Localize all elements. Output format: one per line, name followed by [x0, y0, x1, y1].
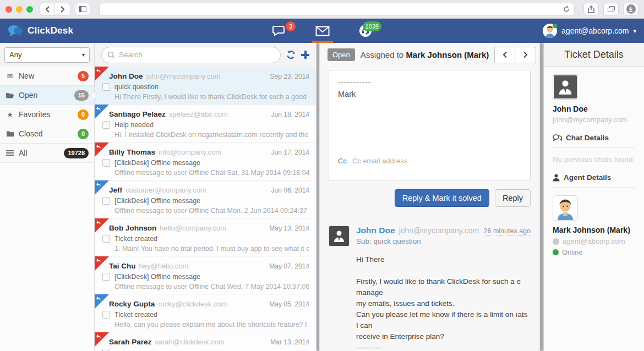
tab-mail-active[interactable] [313, 19, 332, 43]
ticket-checkbox[interactable] [102, 311, 110, 319]
cc-input[interactable] [352, 157, 521, 165]
ticket-row[interactable]: Sarah Parezsarah@clickdesk.comMar 13, 20… [95, 332, 316, 351]
ticket-details-panel: Ticket Details John Doe john@mycompany.c… [543, 43, 644, 351]
scrollbar-thumb[interactable] [540, 43, 543, 351]
ticket-preview: Offline message to user Offline Chat Wed… [102, 283, 309, 290]
ticket-checkbox[interactable] [102, 349, 110, 351]
tab-chats[interactable]: 3 [270, 19, 288, 43]
new-ticket-button[interactable] [301, 51, 309, 59]
refresh-button[interactable] [286, 50, 296, 59]
tab-tickets[interactable]: 1039 [357, 19, 374, 43]
ticket-row[interactable]: John Doejohn@mycompany.comSep 23, 2014 q… [95, 67, 316, 105]
ticket-sender: Bob Johnson [109, 224, 156, 232]
ticket-row[interactable]: Santiago Pelaezspelaez@abc.comJun 18, 20… [95, 105, 316, 142]
ticket-row[interactable]: Rocky Guptarocky@clickdesk.comMay 05, 20… [95, 294, 316, 332]
sidebar-item-label: All [19, 149, 28, 157]
ticket-list-column: John Doejohn@mycompany.comSep 23, 2014 q… [95, 43, 316, 351]
clickdesk-logo-icon [8, 25, 23, 37]
ticket-row[interactable]: Bob Johnsonhello@company.comMay 13, 2014… [95, 218, 316, 256]
online-dot-icon [553, 249, 559, 255]
ticket-checkbox[interactable] [102, 235, 110, 243]
agent-avatar [553, 195, 578, 221]
sidebar-item-new[interactable]: ✉ New 5 [0, 67, 94, 86]
agent-email-line: agent@abcorp.com [553, 237, 635, 245]
message-sender-link[interactable]: John Doe [356, 226, 395, 235]
account-menu[interactable]: agent@abcorp.com ▾ [543, 24, 636, 38]
ticket-row[interactable]: Tai Chuhey@hello.comMay 07, 2014 [ClickD… [95, 256, 316, 294]
ticket-sender: Jeff [109, 186, 122, 194]
message-line: ---------- [356, 342, 531, 351]
list-scrollbar[interactable] [316, 43, 320, 351]
reply-editor[interactable]: ----------- Mark Cc [329, 70, 531, 181]
ticket-checkbox[interactable] [102, 273, 110, 281]
minimize-window-button[interactable] [16, 6, 23, 13]
main-scrollbar[interactable] [539, 43, 543, 351]
agent-status-line: Online [553, 248, 635, 256]
tab-overview-button[interactable] [603, 3, 619, 16]
sidebar-item-favorites[interactable]: ★ Favorites 0 [0, 105, 94, 124]
reload-icon[interactable] [563, 6, 570, 13]
sidebar-item-closed[interactable]: Closed 0 [0, 124, 94, 144]
ticket-subject: Ticket created [114, 311, 157, 319]
browser-forward-button[interactable] [55, 3, 70, 16]
sidebar-toggle-button[interactable] [75, 3, 90, 16]
star-icon: ★ [6, 111, 14, 119]
share-button[interactable] [583, 3, 599, 16]
ticket-pager [494, 47, 536, 63]
signature-name: Mark [338, 90, 521, 98]
ticket-list: John Doejohn@mycompany.comSep 23, 2014 q… [95, 67, 316, 351]
envelope-icon: ✉ [6, 72, 14, 80]
section-label: Agent Details [564, 173, 611, 182]
browser-back-button[interactable] [40, 3, 55, 16]
mail-icon [315, 26, 330, 36]
message-line: receive in Enterprise plan? [356, 331, 531, 342]
ticket-email: john@mycompany.com [146, 72, 267, 80]
ticket-preview: Hello, can you please explain me about t… [102, 321, 309, 328]
ticket-checkbox[interactable] [102, 121, 110, 129]
flag-icon [95, 142, 109, 157]
ticket-email: customer@company.com [125, 186, 268, 194]
reply-button[interactable]: Reply [495, 189, 531, 207]
chat-bubbles-icon [553, 134, 562, 141]
open-folder-icon [6, 92, 14, 98]
prev-ticket-button[interactable] [494, 47, 515, 63]
ticket-date: May 05, 2014 [269, 300, 309, 308]
ticket-subject: Ticket created [114, 235, 157, 243]
ticket-view: Open Assigned to Mark Johnson (Mark) ⚙ ▾… [320, 43, 539, 351]
ticket-sender: Santiago Pelaez [109, 110, 166, 118]
ticket-preview: Offline message to user Offline Chat Mon… [102, 207, 309, 215]
ticket-checkbox[interactable] [102, 159, 110, 167]
search-input[interactable] [119, 51, 275, 59]
reply-and-solve-button[interactable]: Reply & Mark it solved [395, 189, 489, 207]
ticket-row[interactable]: Jeffcustomer@company.comJun 06, 2014 [Cl… [95, 180, 316, 218]
sidebar-item-all[interactable]: All 19728 [0, 144, 94, 163]
ticket-row[interactable]: Billy Thomasinfo@company.comJun 17, 2014… [95, 142, 316, 180]
customer-email: john@mycompany.com [553, 116, 635, 124]
sidebar-item-open[interactable]: Open 15 [0, 86, 94, 105]
address-bar[interactable] [99, 3, 575, 16]
search-field[interactable] [101, 47, 281, 63]
ticket-date: Jun 17, 2014 [271, 149, 309, 156]
close-window-button[interactable] [6, 6, 12, 13]
ticket-preview: Hi There Firstly, I would like to thank … [102, 93, 309, 101]
filter-select[interactable]: Any ▾ [4, 47, 90, 63]
agent-name: Mark Johnson (Mark) [553, 226, 635, 234]
ticket-email: sarah@clickdesk.com [155, 338, 267, 346]
agent-details-section-title: Agent Details [553, 173, 635, 182]
ticket-checkbox[interactable] [102, 83, 110, 91]
brand[interactable]: ClickDesk [8, 25, 73, 37]
url-input[interactable] [104, 6, 563, 13]
message-timestamp[interactable]: 26 minutes ago [484, 227, 531, 235]
next-ticket-button[interactable] [515, 47, 536, 63]
downloads-button[interactable] [623, 3, 638, 16]
zoom-window-button[interactable] [26, 6, 33, 13]
ticket-email: hello@company.com [160, 224, 266, 232]
assignee-name: Mark Johnson (Mark) [406, 50, 489, 59]
select-caret-icon: ▾ [82, 52, 85, 58]
ticket-view-body: ----------- Mark Cc Reply & Mark it solv… [320, 67, 539, 351]
account-email: agent@abcorp.com [561, 26, 629, 35]
ticket-checkbox[interactable] [102, 197, 110, 205]
scrollbar-thumb[interactable] [316, 43, 319, 351]
brand-name: ClickDesk [28, 25, 73, 36]
ticket-email: spelaez@abc.com [169, 110, 268, 118]
